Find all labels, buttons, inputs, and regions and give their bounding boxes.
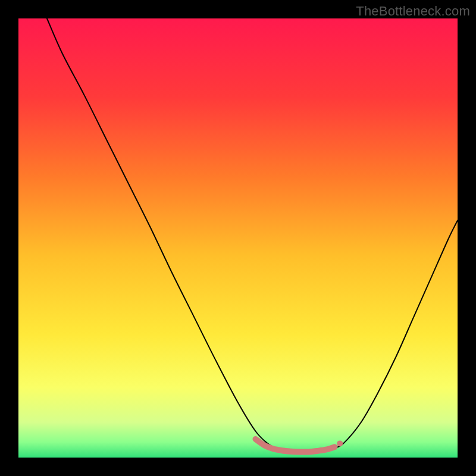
plot-area [18, 18, 458, 458]
optimal-range-highlight [256, 439, 335, 452]
chart-frame: TheBottleneck.com [0, 0, 476, 476]
curve-layer [18, 18, 458, 458]
watermark-label: TheBottleneck.com [356, 4, 470, 19]
bottleneck-curve [47, 18, 458, 452]
highlight-end-dot [337, 440, 343, 446]
